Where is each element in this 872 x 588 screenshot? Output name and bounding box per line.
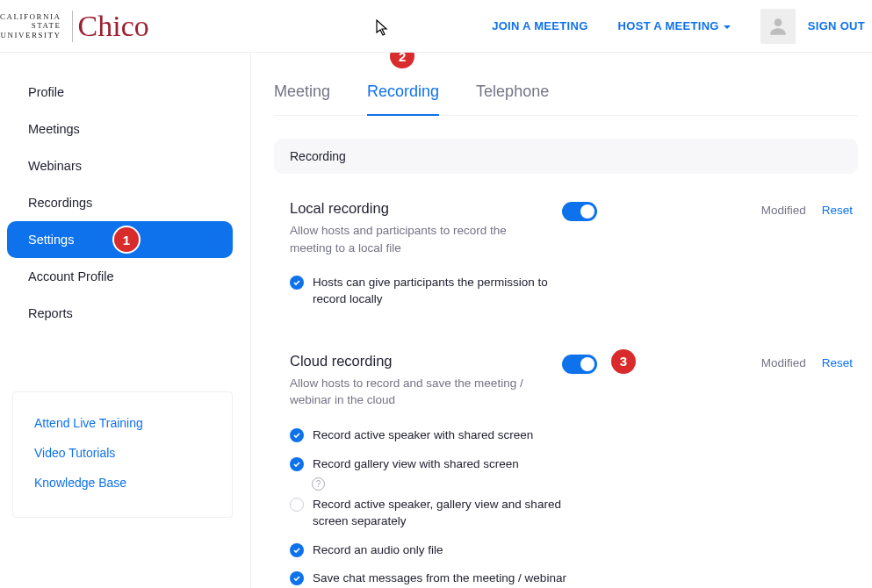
support-link-video-tutorials[interactable]: Video Tutorials [34, 438, 214, 468]
sign-out-link[interactable]: SIGN OUT [808, 19, 865, 32]
option-label: Record an audio only file [313, 542, 443, 559]
setting-description: Allow hosts and participants to record t… [290, 222, 548, 256]
tab-recording[interactable]: Recording 2 [367, 74, 439, 115]
modified-label: Modified [761, 356, 806, 369]
sidebar-item-label: Meetings [28, 122, 80, 136]
option-label: Record active speaker, gallery view and … [313, 497, 573, 530]
settings-tabs: Meeting Recording 2 Telephone [274, 74, 858, 116]
tab-telephone[interactable]: Telephone [476, 74, 549, 115]
tab-label: Recording [367, 82, 439, 100]
modified-label: Modified [761, 204, 806, 217]
sidebar-item-label: Account Profile [28, 269, 114, 283]
option-record-active-speaker[interactable]: Record active speaker with shared screen [274, 421, 573, 450]
option-record-gallery-view[interactable]: Record gallery view with shared screen [290, 450, 588, 475]
brand-logo: CALIFORNIA STATE UNIVERSITY Chico [0, 10, 149, 43]
setting-title: Local recording [290, 200, 548, 217]
sidebar: Profile Meetings Webinars Recordings Set… [0, 53, 251, 588]
logo-text-csu: CALIFORNIA STATE UNIVERSITY [0, 12, 67, 39]
option-record-separately[interactable]: Record active speaker, gallery view and … [274, 491, 573, 536]
toggle-local-recording[interactable] [562, 202, 597, 221]
svg-point-0 [774, 18, 782, 26]
checkbox-checked-icon [290, 571, 304, 585]
person-icon [767, 15, 789, 38]
sidebar-item-label: Webinars [28, 159, 82, 173]
sidebar-item-profile[interactable]: Profile [7, 74, 233, 111]
host-meeting-dropdown[interactable]: HOST A MEETING [618, 19, 731, 32]
mouse-cursor-icon [376, 19, 390, 40]
checkbox-checked-icon [290, 543, 304, 557]
checkbox-checked-icon [290, 428, 304, 442]
option-save-chat[interactable]: Save chat messages from the meeting / we… [274, 564, 573, 588]
checkbox-checked-icon [290, 276, 304, 290]
sidebar-item-webinars[interactable]: Webinars [7, 147, 233, 184]
section-header-recording: Recording [274, 139, 858, 174]
sidebar-item-label: Settings [28, 233, 74, 247]
support-link-live-training[interactable]: Attend Live Training [34, 408, 214, 438]
annotation-bubble-3: 3 [611, 349, 636, 374]
option-label: Hosts can give participants the permissi… [313, 275, 573, 308]
join-meeting-link[interactable]: JOIN A MEETING [492, 19, 587, 32]
option-label: Save chat messages from the meeting / we… [313, 570, 566, 587]
annotation-bubble-1: 1 [114, 227, 139, 252]
sidebar-item-label: Reports [28, 306, 73, 320]
sidebar-item-label: Profile [28, 85, 64, 99]
reset-link[interactable]: Reset [822, 204, 853, 217]
sidebar-item-recordings[interactable]: Recordings [7, 184, 233, 221]
help-icon[interactable]: ? [312, 477, 325, 491]
sidebar-item-reports[interactable]: Reports [7, 295, 233, 332]
setting-title: Cloud recording [290, 353, 548, 369]
support-links-box: Attend Live Training Video Tutorials Kno… [12, 391, 233, 518]
option-hosts-give-permission[interactable]: Hosts can give participants the permissi… [274, 269, 573, 314]
setting-description: Allow hosts to record and save the meeti… [290, 375, 548, 409]
sidebar-item-account-profile[interactable]: Account Profile [7, 258, 233, 295]
tab-meeting[interactable]: Meeting [274, 74, 330, 115]
annotation-bubble-2: 2 [390, 53, 414, 68]
sidebar-item-settings[interactable]: Settings 1 [7, 221, 233, 258]
option-record-audio-only[interactable]: Record an audio only file [274, 536, 573, 565]
checkbox-unchecked-icon [290, 498, 304, 512]
sidebar-item-meetings[interactable]: Meetings [7, 111, 233, 147]
logo-divider [72, 11, 73, 42]
support-link-knowledge-base[interactable]: Knowledge Base [34, 468, 214, 498]
toggle-cloud-recording[interactable] [562, 355, 597, 374]
checkbox-checked-icon [290, 457, 304, 471]
logo-text-chico: Chico [78, 10, 149, 43]
setting-local-recording: Local recording Allow hosts and particip… [274, 174, 858, 269]
app-header: CALIFORNIA STATE UNIVERSITY Chico JOIN A… [0, 0, 872, 53]
option-label: Record gallery view with shared screen [313, 456, 519, 473]
main-content: Meeting Recording 2 Telephone Recording … [251, 53, 872, 588]
setting-cloud-recording: Cloud recording Allow hosts to record an… [274, 326, 858, 421]
sidebar-item-label: Recordings [28, 196, 92, 210]
option-label: Record active speaker with shared screen [313, 427, 533, 444]
reset-link[interactable]: Reset [822, 356, 853, 369]
avatar[interactable] [760, 9, 796, 44]
